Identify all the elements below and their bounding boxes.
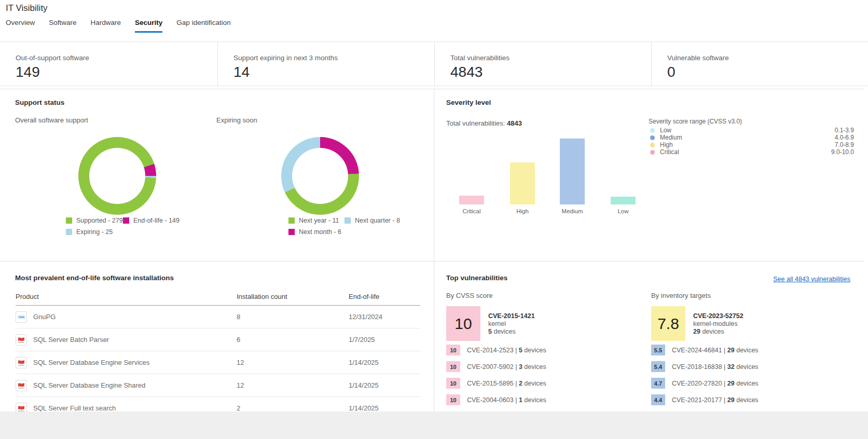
- it-visibility-dashboard: IT Visibility Overview Software Hardware…: [0, 0, 868, 439]
- end-of-life-date: 1/14/2025: [349, 404, 379, 412]
- by-cvss-label: By CVSS score: [446, 292, 493, 299]
- legend-range: 9.0-10.0: [831, 148, 854, 156]
- gnupg-icon: [16, 311, 27, 323]
- kpi-total-vulnerabilities: Total vulnerabilities 4843: [435, 42, 652, 86]
- by-inventory-label: By inventory targets: [651, 292, 711, 299]
- legend-swatch: [123, 217, 129, 224]
- vulnerability-row: 4.7 CVE-2020-27820 | 29 devices: [651, 378, 759, 389]
- vulnerability-text: CVE-2015-5895 | 2 devices: [467, 380, 546, 387]
- product-cell: SQL Server Batch Parser: [16, 334, 237, 346]
- legend-label: Next quarter - 8: [355, 217, 400, 224]
- legend-label: Expiring - 25: [76, 228, 113, 236]
- vulnerability-text: CVE-2007-5902 | 3 devices: [467, 363, 546, 371]
- end-of-life-date: 1/14/2025: [349, 359, 379, 366]
- vulnerability-row: 10 CVE-2015-5895 | 2 devices: [446, 378, 546, 389]
- severity-title: Severity level: [446, 99, 491, 106]
- legend-label: Low: [660, 127, 671, 134]
- featured-vulnerability-inventory: 7.8 CVE-2023-52752 kernel-modules 29 dev…: [651, 306, 743, 341]
- legend-swatch: [345, 217, 351, 224]
- table-row[interactable]: SQL Server Database Engine Shared 12 1/1…: [16, 374, 420, 397]
- installation-count: 6: [237, 336, 349, 344]
- vulnerability-row: 5.5 CVE-2024-46841 | 29 devices: [651, 345, 759, 355]
- kpi-out-of-support: Out-of-support software 149: [0, 42, 218, 86]
- vulnerability-text: CVE-2014-2523 | 5 devices: [467, 347, 546, 354]
- featured-vulnerability-details: CVE-2015-1421 kernel 5 devices: [488, 306, 535, 341]
- legend-swatch: [66, 229, 72, 235]
- severity-level-panel: Severity level Total vulnerabilities: 48…: [434, 89, 864, 261]
- cvss-score-chip: 10: [446, 361, 460, 372]
- vulnerability-text: CVE-2021-20177 | 29 devices: [672, 396, 759, 404]
- product-cell: GnuPG: [16, 311, 237, 323]
- eol-software-panel: Most prevalent end-of-life software inst…: [0, 261, 434, 412]
- kpi-value: 4843: [450, 64, 651, 80]
- end-of-life-date: 1/14/2025: [349, 381, 379, 389]
- kpi-label: Total vulnerabilities: [450, 54, 651, 62]
- kpi-label: Out-of-support software: [16, 54, 217, 62]
- tab-gap-identification[interactable]: Gap identification: [176, 19, 230, 33]
- table-row[interactable]: SQL Server Database Engine Services 12 1…: [16, 351, 420, 374]
- tab-security[interactable]: Security: [135, 19, 162, 33]
- cvss-score-badge: 10: [446, 306, 480, 341]
- legend-dot: [650, 135, 655, 140]
- legend-item: Supported - 2795: [66, 217, 127, 224]
- legend-range: 0.1-3.9: [835, 127, 854, 134]
- vulnerability-row: 5.4 CVE-2018-16838 | 32 devices: [651, 361, 759, 372]
- installation-count: 8: [237, 313, 349, 321]
- kpi-value: 0: [667, 64, 868, 80]
- bar-label: Medium: [560, 208, 585, 214]
- legend-item: Expiring - 25: [66, 228, 113, 236]
- sql-server-icon: [16, 357, 27, 368]
- kpi-row: Out-of-support software 149 Support expi…: [0, 42, 868, 86]
- legend-label: End-of-life - 149: [133, 217, 180, 224]
- device-count: 5 devices: [488, 328, 535, 336]
- bar-critical: Critical: [459, 196, 484, 204]
- support-status-panel: Support status Overall software support …: [0, 89, 434, 261]
- bar-medium: Medium: [560, 139, 585, 204]
- severity-total-value: 4843: [507, 119, 522, 127]
- affected-product: kernel-modules: [693, 320, 743, 328]
- vulnerability-row: 10 CVE-2004-0603 | 1 devices: [446, 394, 546, 405]
- affected-product: kernel: [488, 320, 535, 328]
- page-bottom-area: [0, 411, 868, 439]
- table-row[interactable]: GnuPG 8 12/31/2024: [16, 306, 420, 328]
- severity-legend-title: Severity score range (CVSS v3.0): [649, 118, 742, 125]
- column-header-installation-count: Installation count: [237, 293, 287, 300]
- page-title: IT Visibility: [6, 3, 48, 13]
- bar-rect: [510, 162, 535, 204]
- top-vulnerabilities-title: Top vulnerabilities: [446, 274, 507, 282]
- severity-legend-row: Medium 4.0-6.9: [649, 134, 854, 141]
- vulnerability-row: 4.4 CVE-2021-20177 | 29 devices: [651, 394, 759, 405]
- eol-table-title: Most prevalent end-of-life software inst…: [15, 274, 174, 282]
- vulnerability-row: 10 CVE-2014-2523 | 5 devices: [446, 345, 546, 355]
- product-cell: SQL Server Database Engine Shared: [16, 380, 237, 391]
- expiring-soon-label: Expiring soon: [216, 116, 257, 124]
- legend-label: High: [660, 141, 673, 148]
- vulnerability-text: CVE-2004-0603 | 1 devices: [467, 396, 546, 404]
- tab-software[interactable]: Software: [49, 19, 76, 33]
- legend-label: Supported - 2795: [76, 217, 127, 224]
- see-all-vulnerabilities-link[interactable]: See all 4843 vulnerabilities: [773, 276, 850, 283]
- vulnerability-row: 10 CVE-2007-5902 | 3 devices: [446, 361, 546, 372]
- bar-high: High: [510, 162, 535, 204]
- end-of-life-date: 1/7/2025: [349, 336, 375, 344]
- device-count: 29 devices: [693, 328, 743, 336]
- table-row[interactable]: SQL Server Batch Parser 6 1/7/2025: [16, 328, 420, 351]
- legend-dot: [650, 128, 655, 133]
- legend-swatch: [66, 217, 72, 224]
- bar-label: Low: [611, 208, 636, 214]
- cvss-score-chip: 4.7: [651, 378, 665, 389]
- cve-id: CVE-2023-52752: [693, 312, 743, 320]
- bar-label: Critical: [459, 208, 484, 214]
- cvss-score-chip: 10: [446, 345, 460, 355]
- bar-rect: [560, 139, 585, 204]
- cvss-score-chip: 4.4: [651, 394, 665, 405]
- tab-overview[interactable]: Overview: [6, 19, 35, 33]
- product-name: SQL Server Database Engine Shared: [33, 381, 145, 389]
- legend-dot: [650, 150, 655, 155]
- tab-hardware[interactable]: Hardware: [91, 19, 121, 33]
- kpi-label: Vulnerable software: [667, 54, 868, 62]
- legend-item: Next quarter - 8: [345, 217, 400, 224]
- product-name: SQL Server Batch Parser: [33, 336, 109, 344]
- vulnerability-text: CVE-2020-27820 | 29 devices: [672, 380, 759, 387]
- legend-item: End-of-life - 149: [123, 217, 180, 224]
